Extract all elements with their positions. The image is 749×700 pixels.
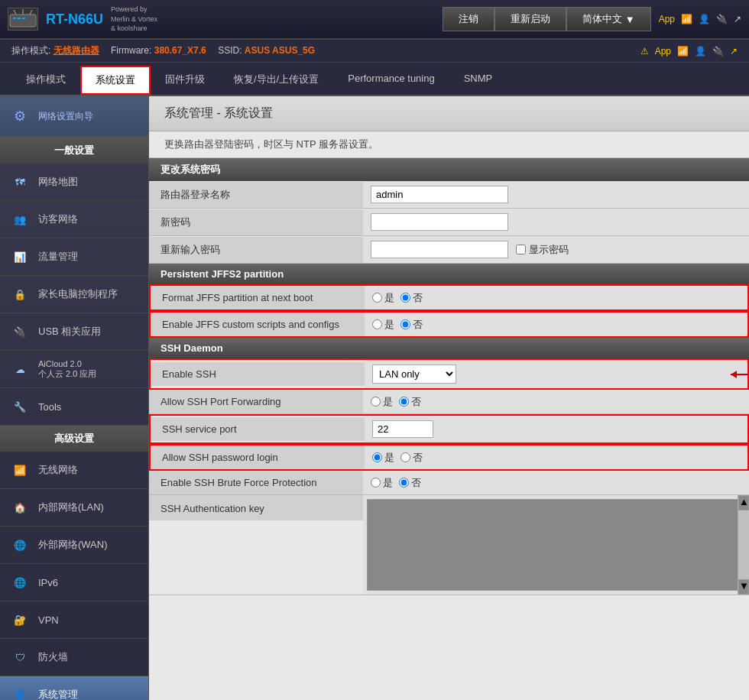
ssh-password-row: Allow SSH password login 是 否 — [149, 444, 749, 471]
ssh-port-fwd-no-radio[interactable] — [399, 397, 409, 407]
tab-caozuo[interactable]: 操作模式 — [11, 66, 80, 95]
sidebar-item-usb[interactable]: 🔌 USB 相关应用 — [0, 313, 148, 351]
password-section: 更改系统密码 路由器登录名称 新密码 重新输入密码 — [149, 158, 749, 264]
tab-xitong[interactable]: 系统设置 — [80, 66, 151, 95]
sidebar-item-traffic[interactable]: 📊 流量管理 — [0, 238, 148, 276]
scrollbar-track — [738, 510, 749, 579]
language-button[interactable]: 简体中文 ▼ — [566, 7, 651, 31]
ssh-pass-no[interactable]: 否 — [400, 451, 423, 465]
sidebar-item-vpn[interactable]: 🔐 VPN — [0, 601, 148, 639]
jffs-section: Persistent JFFS2 partition Format JFFS p… — [149, 264, 749, 338]
wan-icon: 🌐 — [9, 534, 31, 556]
format-jffs-yes-label[interactable]: 是 — [372, 291, 394, 305]
router-icon — [8, 8, 38, 31]
tab-huifu[interactable]: 恢复/导出/上传设置 — [219, 66, 333, 95]
scrollbar-up[interactable]: ▲ — [738, 495, 749, 510]
enable-jffs-value: 是 否 — [365, 313, 747, 336]
enable-jffs-yes-radio[interactable] — [372, 319, 382, 329]
sidebar-item-wan[interactable]: 🌐 外部网络(WAN) — [0, 527, 148, 564]
tab-performance[interactable]: Performance tuning — [333, 66, 449, 95]
status-icons: ⚠ App 📶 👤 🔌 ↗ — [640, 46, 738, 57]
tools-icon: 🔧 — [9, 396, 31, 417]
username-value — [363, 181, 749, 208]
enable-jffs-no-radio[interactable] — [400, 319, 410, 329]
user-status-icon: 👤 — [695, 46, 706, 57]
ssh-password-radios: 是 否 — [372, 451, 423, 465]
ssh-port-fwd-yes[interactable]: 是 — [371, 395, 393, 409]
ssh-port-input[interactable] — [372, 420, 433, 438]
user-icon: 👤 — [699, 14, 710, 24]
firmware-value: 380.67_X7.6 — [154, 45, 206, 56]
guest-icon: 👥 — [9, 209, 31, 230]
sidebar-item-network-map[interactable]: 🗺 网络地图 — [0, 164, 148, 201]
enable-jffs-label: Enable JFFS custom scripts and configs — [151, 313, 365, 336]
enable-jffs-no-label[interactable]: 否 — [400, 318, 423, 332]
sidebar-item-firewall[interactable]: 🛡 防火墙 — [0, 639, 148, 676]
username-label: 路由器登录名称 — [149, 182, 363, 208]
showpass-label[interactable]: 显示密码 — [516, 243, 569, 257]
ssh-bf-no[interactable]: 否 — [399, 476, 421, 490]
sidebar-item-admin[interactable]: 👤 系统管理 — [0, 676, 148, 700]
sidebar-label: 访客网络 — [38, 212, 78, 226]
sidebar-item-network-guide[interactable]: ⚙ 网络设置向导 — [0, 96, 148, 138]
register-button[interactable]: 注销 — [443, 7, 494, 31]
ssh-bf-yes[interactable]: 是 — [371, 476, 393, 490]
ssh-authkey-textarea[interactable] — [367, 499, 741, 591]
username-input[interactable] — [371, 186, 508, 203]
format-jffs-no-label[interactable]: 否 — [400, 291, 423, 305]
repass-row: 重新输入密码 显示密码 — [149, 236, 749, 264]
tab-guijian[interactable]: 固件升级 — [151, 66, 219, 95]
enable-jffs-yes-label[interactable]: 是 — [372, 318, 394, 332]
mode-info: 操作模式: 无线路由器 Firmware: 380.67_X7.6 SSID: … — [11, 44, 315, 57]
wifi-status-icon: 📶 — [677, 46, 689, 57]
sidebar-item-wireless[interactable]: 📶 无线网络 — [0, 452, 148, 489]
sidebar-label: IPv6 — [38, 577, 58, 588]
scrollbar-down[interactable]: ▼ — [738, 579, 749, 595]
repass-label: 重新输入密码 — [149, 237, 363, 263]
arrowhead — [731, 371, 737, 378]
wireless-icon: 📶 — [9, 459, 31, 481]
enable-ssh-annotation: 'LAN only' — [731, 369, 749, 380]
newpass-input[interactable] — [371, 213, 508, 231]
scrollbar[interactable]: ▲ ▼ — [738, 495, 749, 595]
traffic-icon: 📊 — [9, 246, 31, 267]
sidebar-item-aicloud[interactable]: ☁ AiCloud 2.0 个人云 2.0 应用 — [0, 351, 148, 388]
ssh-port-fwd-no[interactable]: 否 — [399, 395, 421, 409]
enable-ssh-value: Disable LAN only WAN only LAN+WAN — [365, 360, 747, 388]
format-jffs-no-radio[interactable] — [400, 293, 410, 303]
repass-input[interactable] — [371, 241, 508, 258]
ssh-bf-no-radio[interactable] — [399, 478, 409, 488]
info-bar: 操作模式: 无线路由器 Firmware: 380.67_X7.6 SSID: … — [0, 40, 749, 63]
svg-rect-1 — [13, 18, 16, 19]
svg-rect-0 — [10, 15, 36, 27]
ssh-port-fwd-radios: 是 否 — [371, 395, 421, 409]
sidebar-item-parental[interactable]: 🔒 家长电脑控制程序 — [0, 276, 148, 313]
ssh-port-row: SSH service port — [149, 414, 749, 444]
setup-wizard-icon: ⚙ — [9, 105, 31, 127]
ssh-pass-yes[interactable]: 是 — [372, 451, 394, 465]
ssh-password-label: Allow SSH password login — [151, 446, 365, 469]
sidebar-item-guest-network[interactable]: 👥 访客网络 — [0, 201, 148, 238]
tab-snmp[interactable]: SNMP — [449, 66, 507, 95]
format-jffs-yes-radio[interactable] — [372, 293, 382, 303]
ssid-values: ASUS ASUS_5G — [245, 45, 315, 56]
vpn-icon: 🔐 — [9, 609, 31, 630]
svg-rect-3 — [22, 18, 25, 19]
ssh-port-fwd-yes-radio[interactable] — [371, 397, 381, 407]
ssh-pass-yes-radio[interactable] — [372, 452, 382, 462]
format-jffs-value: 是 否 — [365, 287, 747, 309]
sidebar-item-ipv6[interactable]: 🌐 IPv6 — [0, 564, 148, 601]
ssh-port-fwd-value: 是 否 — [363, 391, 749, 413]
showpass-checkbox[interactable] — [516, 245, 526, 254]
svg-rect-2 — [18, 18, 21, 19]
sidebar-label: 流量管理 — [38, 250, 78, 264]
enable-ssh-select[interactable]: Disable LAN only WAN only LAN+WAN — [372, 365, 456, 384]
mode-label: 操作模式: — [11, 45, 50, 56]
lan-icon: 🏠 — [9, 497, 31, 518]
ssh-pass-no-radio[interactable] — [400, 452, 410, 462]
usb-icon: 🔌 — [716, 14, 728, 24]
ssh-bf-yes-radio[interactable] — [371, 478, 381, 488]
sidebar-item-tools[interactable]: 🔧 Tools — [0, 388, 148, 426]
reboot-button[interactable]: 重新启动 — [494, 7, 566, 31]
sidebar-item-lan[interactable]: 🏠 内部网络(LAN) — [0, 489, 148, 527]
